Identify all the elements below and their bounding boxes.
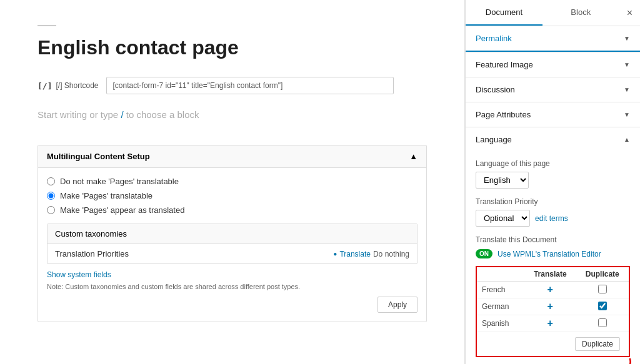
french-duplicate-cell xyxy=(576,282,629,298)
edit-terms-link[interactable]: edit terms xyxy=(535,214,568,223)
discussion-header[interactable]: Discussion ▼ xyxy=(466,77,640,102)
french-lang-cell: French xyxy=(476,282,524,298)
translation-table: Translate Duplicate French + xyxy=(476,266,630,357)
multilingual-header: Multilingual Content Setup ▲ xyxy=(38,145,426,168)
toggle-on[interactable]: ON xyxy=(476,249,492,258)
language-header[interactable]: Language ▲ xyxy=(466,127,640,152)
duplicate-btn-row: Duplicate xyxy=(476,332,629,357)
sidebar-section-discussion: Discussion ▼ xyxy=(466,77,640,102)
show-system-fields-link[interactable]: Show system fields xyxy=(47,270,111,279)
page-title: English contact page xyxy=(38,36,427,59)
translation-priorities-row: Translation Priorities ● Translate Do no… xyxy=(48,244,417,263)
shortcode-icon: [/] xyxy=(38,81,52,91)
permalink-label: Permalink xyxy=(476,34,512,43)
discussion-chevron-icon: ▼ xyxy=(624,86,630,93)
tp-right: ● Translate Do nothing xyxy=(333,250,409,258)
radio-label-0: Do not make 'Pages' translatable xyxy=(60,177,179,186)
tab-block[interactable]: Block xyxy=(542,0,619,26)
shortcode-label: [/] [/] Shortcode xyxy=(38,81,99,91)
multilingual-title: Multilingual Content Setup xyxy=(47,152,150,161)
spanish-lang-cell: Spanish xyxy=(476,315,524,332)
tab-document[interactable]: Document xyxy=(466,0,542,26)
table-row: French + xyxy=(476,282,629,298)
apply-button[interactable]: Apply xyxy=(378,297,418,313)
sidebar-section-permalink: Permalink ▼ xyxy=(466,26,640,52)
duplicate-button[interactable]: Duplicate xyxy=(575,337,620,351)
custom-taxonomies-section: Custom taxonomies Translation Priorities… xyxy=(47,224,418,264)
page-attributes-header[interactable]: Page Attributes ▼ xyxy=(466,102,640,127)
permalink-header[interactable]: Permalink ▼ xyxy=(466,26,640,52)
tp-translate[interactable]: Translate xyxy=(339,250,371,258)
spanish-duplicate-checkbox[interactable] xyxy=(598,318,607,327)
french-translate-plus-icon[interactable]: + xyxy=(548,284,553,295)
sidebar-section-page-attributes: Page Attributes ▼ xyxy=(466,102,640,127)
red-arrow-icon xyxy=(599,356,636,364)
language-section-body: Language of this page English French Ger… xyxy=(466,152,640,364)
editor-top-line xyxy=(38,25,56,26)
duplicate-btn-wrapper: Duplicate xyxy=(482,335,624,353)
custom-taxonomies-header: Custom taxonomies xyxy=(48,224,417,244)
radio-appear-translated[interactable] xyxy=(47,206,55,214)
page-attributes-label: Page Attributes xyxy=(476,110,531,119)
translate-document-label: Translate this Document xyxy=(476,235,630,244)
duplicate-col-header: Duplicate xyxy=(576,267,629,282)
discussion-label: Discussion xyxy=(476,85,515,94)
french-duplicate-checkbox[interactable] xyxy=(598,285,607,293)
page-attributes-chevron-icon: ▼ xyxy=(624,111,630,118)
spanish-translate-cell: + xyxy=(524,315,576,332)
language-select[interactable]: English French German Spanish xyxy=(476,172,529,189)
language-chevron-icon: ▲ xyxy=(624,136,630,143)
shortcode-input[interactable] xyxy=(106,77,394,94)
german-translate-cell: + xyxy=(524,298,576,315)
language-of-page-label: Language of this page xyxy=(476,159,630,168)
sidebar-close-button[interactable]: × xyxy=(619,2,640,24)
translation-priority-label: Translation Priority xyxy=(476,197,630,206)
wpml-link[interactable]: Use WPML's Translation Editor xyxy=(498,250,601,258)
tp-dot: ● xyxy=(333,250,337,257)
table-row: German + xyxy=(476,298,629,315)
radio-option-1[interactable]: Make 'Pages' translatable xyxy=(47,191,418,200)
german-translate-plus-icon[interactable]: + xyxy=(548,301,553,312)
german-duplicate-cell xyxy=(576,298,629,315)
spanish-translate-plus-icon[interactable]: + xyxy=(548,318,553,328)
radio-make-translatable[interactable] xyxy=(47,192,55,200)
featured-image-label: Featured Image xyxy=(476,60,533,69)
radio-not-translatable[interactable] xyxy=(47,177,55,185)
tp-do-nothing: Do nothing xyxy=(373,250,409,258)
translate-col-header: Translate xyxy=(524,267,576,282)
featured-image-chevron-icon: ▼ xyxy=(624,61,630,68)
translation-priority-row: Optional High Low edit terms xyxy=(476,210,630,227)
multilingual-body: Do not make 'Pages' translatable Make 'P… xyxy=(38,168,426,322)
spanish-duplicate-cell xyxy=(576,315,629,332)
radio-option-0[interactable]: Do not make 'Pages' translatable xyxy=(47,177,418,186)
priority-select[interactable]: Optional High Low xyxy=(476,210,530,227)
note-text: Note: Custom taxonomies and custom field… xyxy=(47,283,418,290)
german-lang-cell: German xyxy=(476,298,524,315)
toggle-row: ON Use WPML's Translation Editor xyxy=(476,249,630,258)
language-select-wrapper: English French German Spanish xyxy=(476,172,630,189)
radio-label-2: Make 'Pages' appear as translated xyxy=(60,205,184,215)
german-duplicate-checkbox[interactable] xyxy=(598,302,607,310)
arrow-container: Translate Duplicate French + xyxy=(476,266,630,357)
sidebar-tabs: Document Block × xyxy=(466,0,640,26)
editor-area: English contact page [/] [/] Shortcode S… xyxy=(0,0,465,364)
sidebar-section-language: Language ▲ Language of this page English… xyxy=(466,127,640,364)
placeholder-text: Start writing or type / to choose a bloc… xyxy=(38,109,427,120)
french-translate-cell: + xyxy=(524,282,576,298)
placeholder-link[interactable]: / xyxy=(121,109,123,120)
apply-btn-row: Apply xyxy=(47,297,418,313)
multilingual-collapse-icon[interactable]: ▲ xyxy=(409,152,418,161)
lang-col-header xyxy=(476,267,524,282)
table-row: Spanish + xyxy=(476,315,629,332)
radio-option-2[interactable]: Make 'Pages' appear as translated xyxy=(47,205,418,215)
featured-image-header[interactable]: Featured Image ▼ xyxy=(466,52,640,77)
shortcode-row: [/] [/] Shortcode xyxy=(38,77,427,94)
radio-label-1: Make 'Pages' translatable xyxy=(60,191,152,200)
language-label: Language xyxy=(476,135,512,144)
sidebar-section-featured-image: Featured Image ▼ xyxy=(466,52,640,77)
permalink-chevron-icon: ▼ xyxy=(624,35,630,42)
sidebar: Document Block × Permalink ▼ Featured Im… xyxy=(465,0,640,364)
multilingual-section: Multilingual Content Setup ▲ Do not make… xyxy=(38,145,427,322)
